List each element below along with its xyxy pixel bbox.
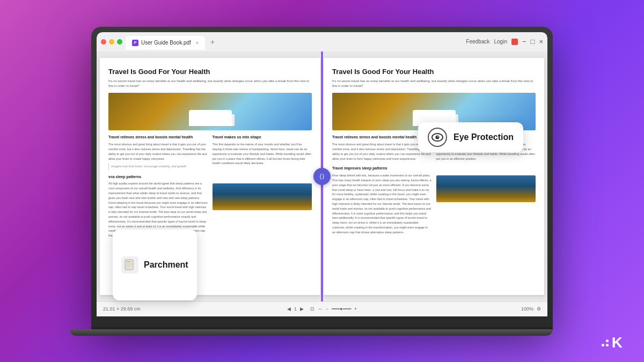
- left-page-columns: Travel relieves stress and boosts mental…: [108, 135, 312, 171]
- compare-toggle-button[interactable]: ⟨⟩: [313, 168, 331, 185]
- k-letter: K: [612, 334, 623, 351]
- left-section3-title: vca sleep patterns: [108, 174, 312, 180]
- left-col-1: Travel relieves stress and boosts mental…: [108, 135, 208, 171]
- statusbar-right: 100% ⚙: [361, 306, 541, 312]
- settings-icon[interactable]: ⚙: [537, 306, 541, 312]
- left-section1-quote: Imagine how kind travel, encourage creat…: [108, 163, 208, 169]
- svg-point-7: [437, 136, 438, 137]
- feedback-link[interactable]: Feedback: [466, 39, 490, 45]
- left-rv-image: [108, 93, 312, 130]
- svg-rect-1: [126, 261, 131, 262]
- tab-favicon: P: [132, 40, 138, 46]
- left-col-4: [213, 181, 312, 240]
- right-col-4: [436, 173, 536, 237]
- eye-protection-icon: [428, 128, 447, 147]
- left-section2-title: Travel makes us into shape: [213, 135, 312, 140]
- k-logo: K: [602, 334, 623, 351]
- left-landscape-image: [213, 183, 312, 210]
- zoom-in-button[interactable]: +: [354, 306, 357, 312]
- left-page-subtitle: It's no secret travel has so many benefi…: [108, 79, 312, 88]
- svg-rect-2: [126, 263, 132, 263]
- right-page-title: Travel Is Good For Your Health: [332, 68, 536, 77]
- right-section3-text: Poor sleep linked with lots, because a w…: [332, 173, 432, 234]
- close-button[interactable]: ×: [539, 38, 543, 46]
- page-dimensions: 21.01 × 29.69 cm: [103, 306, 141, 312]
- login-link[interactable]: Login: [494, 39, 507, 45]
- svg-rect-4: [126, 266, 130, 267]
- browser-chrome: P User Guide Book.pdf × + Feedback Login…: [97, 32, 547, 51]
- traffic-lights: [101, 39, 122, 45]
- right-col-3: Poor sleep linked with lots, because a w…: [332, 173, 432, 237]
- eye-protection-label: Eye Protection: [453, 132, 514, 142]
- statusbar-dimensions: 21.01 × 29.69 cm: [103, 306, 283, 312]
- new-tab-button[interactable]: +: [210, 38, 215, 46]
- left-section1-text: The most obvious and great thing about t…: [108, 142, 208, 161]
- right-col-1: Travel relieves stress and boosts mental…: [332, 135, 432, 163]
- svg-rect-3: [126, 264, 132, 265]
- zoom-level: 100%: [521, 306, 533, 312]
- zoom-out-button[interactable]: −: [326, 306, 328, 312]
- left-col-2: Travel makes us into shape This first de…: [213, 135, 312, 171]
- pdf-page-right: Travel Is Good For Your Health It's no s…: [324, 58, 544, 295]
- parchment-badge[interactable]: Parchment: [113, 230, 197, 301]
- right-page-subtitle: It's no secret travel has so many benefi…: [332, 79, 536, 88]
- left-page-title: Travel Is Good For Your Health: [108, 68, 312, 77]
- pdf-statusbar: 21.01 × 29.69 cm ◀ 1 ▶ ⊡ ↔ − ━━━●━━━ + 1…: [97, 301, 547, 316]
- maximize-traffic-light[interactable]: [117, 39, 122, 45]
- eye-protection-badge[interactable]: Eye Protection: [418, 122, 523, 152]
- compare-arrows-icon: ⟨⟩: [319, 173, 325, 180]
- k-dots-decoration: [602, 339, 609, 346]
- next-page-button[interactable]: ▶: [300, 306, 304, 312]
- svg-point-6: [435, 135, 439, 139]
- browser-controls: Feedback Login − □ ×: [466, 38, 543, 46]
- zoom-slider[interactable]: ━━━●━━━: [332, 306, 350, 312]
- right-section3-title: Travel improves sleep patterns: [332, 166, 536, 171]
- right-section1-text: The most obvious and great thing about t…: [332, 142, 432, 161]
- tab-close-button[interactable]: ×: [196, 40, 199, 46]
- left-section2-text: This first depends on the nature of your…: [213, 142, 312, 166]
- statusbar-center: ◀ 1 ▶ ⊡ ↔ − ━━━●━━━ +: [287, 306, 357, 312]
- close-traffic-light[interactable]: [101, 39, 106, 45]
- laptop-base: [70, 329, 553, 336]
- right-section1-title: Travel relieves stress and boosts mental…: [332, 135, 432, 140]
- page-number: 1: [294, 306, 297, 312]
- right-landscape-image: [436, 175, 536, 202]
- prev-page-button[interactable]: ◀: [287, 306, 291, 312]
- fit-width-button[interactable]: ↔: [318, 306, 323, 312]
- tab-label: User Guide Book.pdf: [141, 40, 191, 46]
- laptop-hinge: [91, 327, 553, 329]
- left-section1-title: Travel relieves stress and boosts mental…: [108, 135, 208, 140]
- parchment-icon: [121, 256, 138, 274]
- browser-tab[interactable]: P User Guide Book.pdf ×: [126, 36, 205, 50]
- minimize-traffic-light[interactable]: [109, 39, 114, 45]
- right-page-bottom-columns: Poor sleep linked with lots, because a w…: [332, 173, 536, 237]
- fit-page-button[interactable]: ⊡: [310, 306, 314, 312]
- maximize-button[interactable]: □: [531, 38, 535, 46]
- minimize-button[interactable]: −: [522, 38, 526, 46]
- parchment-label: Parchment: [144, 260, 188, 270]
